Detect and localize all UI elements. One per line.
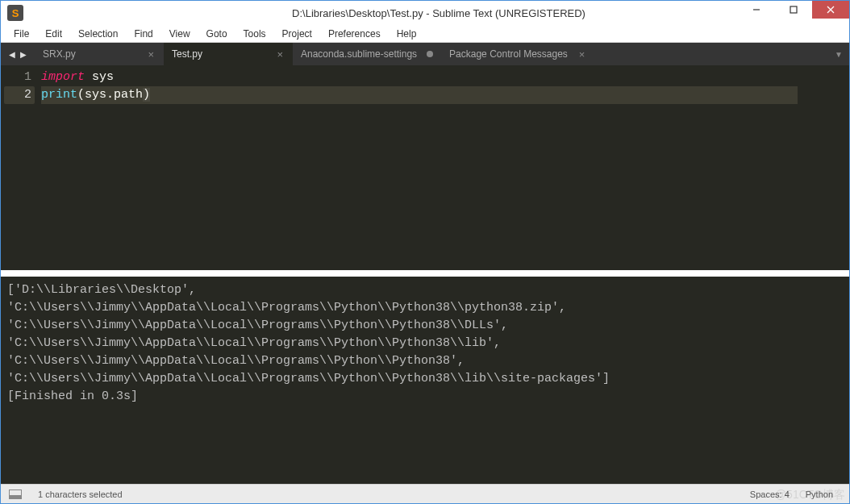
tab-label: Package Control Messages <box>449 48 568 60</box>
gutter[interactable]: 1 2 <box>1 65 38 270</box>
menu-help[interactable]: Help <box>389 27 425 41</box>
menu-file[interactable]: File <box>6 27 37 41</box>
tab-close-icon[interactable]: × <box>275 48 285 60</box>
tab-label: Test.py <box>172 48 265 60</box>
menu-preferences[interactable]: Preferences <box>320 27 389 41</box>
output-line: [Finished in 0.3s] <box>7 389 138 403</box>
maximize-button[interactable] <box>775 1 812 19</box>
tab-package-control[interactable]: Package Control Messages × <box>441 43 594 65</box>
close-button[interactable] <box>812 1 849 19</box>
tab-nav[interactable]: ◀ ▶ <box>1 43 35 65</box>
tab-close-icon[interactable]: × <box>577 48 587 60</box>
argument: sys.path <box>85 88 143 102</box>
tab-prev-icon[interactable]: ◀ <box>9 50 15 59</box>
window-controls <box>738 1 849 19</box>
panel-divider[interactable] <box>1 270 849 277</box>
minimize-button[interactable] <box>738 1 775 19</box>
window-titlebar: S D:\Libraries\Desktop\Test.py - Sublime… <box>1 1 849 25</box>
panel-toggle-icon[interactable] <box>9 489 22 499</box>
keyword: import <box>41 70 85 84</box>
selected-text: ) <box>143 88 150 102</box>
output-line: 'C:\\Users\\Jimmy\\AppData\\Local\\Progr… <box>7 354 465 368</box>
menu-selection[interactable]: Selection <box>70 27 126 41</box>
status-syntax[interactable]: Python <box>798 489 841 499</box>
module-name: sys <box>85 70 114 84</box>
tabbar: ◀ ▶ SRX.py × Test.py × Anaconda.sublime-… <box>1 43 849 65</box>
line-number[interactable]: 2 <box>4 86 35 104</box>
tab-anaconda-settings[interactable]: Anaconda.sublime-settings <box>293 43 441 65</box>
svg-rect-1 <box>790 6 797 13</box>
output-line: ['D:\\Libraries\\Desktop', <box>7 283 196 297</box>
window-title: D:\Libraries\Desktop\Test.py - Sublime T… <box>28 7 849 19</box>
menubar: File Edit Selection Find View Goto Tools… <box>1 25 849 43</box>
tab-close-icon[interactable]: × <box>146 48 156 60</box>
build-output[interactable]: ['D:\\Libraries\\Desktop', 'C:\\Users\\J… <box>1 277 849 484</box>
menu-goto[interactable]: Goto <box>198 27 235 41</box>
statusbar: 1 characters selected Spaces: 4 Python <box>1 484 849 503</box>
menu-view[interactable]: View <box>161 27 198 41</box>
output-line: 'C:\\Users\\Jimmy\\AppData\\Local\\Progr… <box>7 372 610 385</box>
output-line: 'C:\\Users\\Jimmy\\AppData\\Local\\Progr… <box>7 319 508 332</box>
tab-srx[interactable]: SRX.py × <box>35 43 164 65</box>
tab-test[interactable]: Test.py × <box>164 43 293 65</box>
tab-next-icon[interactable]: ▶ <box>20 50 27 59</box>
minimap[interactable] <box>801 65 849 270</box>
menu-find[interactable]: Find <box>126 27 160 41</box>
app-icon: S <box>7 5 23 21</box>
function-name: print <box>41 88 77 102</box>
output-line: 'C:\\Users\\Jimmy\\AppData\\Local\\Progr… <box>7 336 501 350</box>
menu-edit[interactable]: Edit <box>37 27 70 41</box>
status-selection: 1 characters selected <box>30 489 131 499</box>
status-indent[interactable]: Spaces: 4 <box>742 489 798 499</box>
menu-tools[interactable]: Tools <box>235 27 274 41</box>
output-line: 'C:\\Users\\Jimmy\\AppData\\Local\\Progr… <box>7 301 566 314</box>
tab-label: Anaconda.sublime-settings <box>301 48 417 60</box>
code-editor[interactable]: import sysprint(sys.path) <box>38 65 801 270</box>
editor-area: 1 2 import sysprint(sys.path) ['D:\\Libr… <box>1 65 849 484</box>
tab-dropdown-icon[interactable]: ▼ <box>835 43 843 65</box>
tab-label: SRX.py <box>43 48 136 60</box>
tab-dirty-icon[interactable] <box>427 51 433 57</box>
line-number[interactable]: 1 <box>4 69 31 86</box>
punctuation: ( <box>77 88 85 102</box>
editor-pane: 1 2 import sysprint(sys.path) <box>1 65 849 270</box>
menu-project[interactable]: Project <box>274 27 320 41</box>
